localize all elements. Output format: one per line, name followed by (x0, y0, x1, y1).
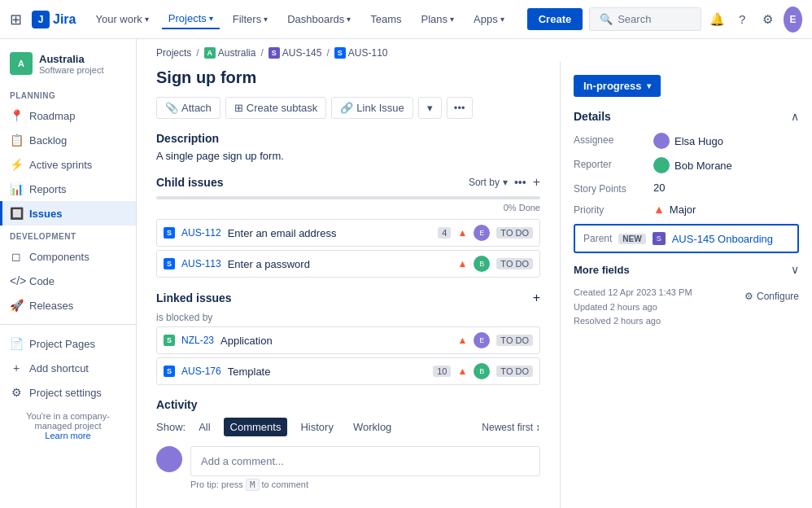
linked-assignee-avatar-2: B (474, 363, 490, 379)
linked-issue-key[interactable]: NZL-23 (181, 335, 214, 346)
comment-input[interactable]: Add a comment... (190, 446, 540, 476)
nav-filters[interactable]: Filters ▾ (226, 10, 274, 28)
nav-plans[interactable]: Plans ▾ (415, 10, 461, 28)
more-options-button[interactable]: ▾ (418, 97, 442, 119)
child-add-button[interactable]: + (533, 175, 540, 190)
search-bar[interactable]: 🔍 Search (589, 7, 701, 31)
project-icon: A (10, 52, 33, 75)
breadcrumb-aus110[interactable]: S AUS-110 (334, 47, 388, 59)
details-title: Details (574, 110, 611, 123)
linked-issue-row[interactable]: S AUS-176 Template 10 ▲ B TO DO (156, 357, 540, 385)
sidebar-item-components[interactable]: ◻ Components (0, 244, 136, 269)
child-issue-row[interactable]: S AUS-112 Enter an email address 4 ▲ E T… (156, 219, 540, 247)
child-issue-summary[interactable]: Enter a password (228, 258, 452, 270)
child-issue-summary[interactable]: Enter an email address (228, 227, 432, 239)
status-chevron-icon: ▾ (647, 81, 651, 90)
reporter-value[interactable]: Bob Morane (653, 157, 732, 173)
tab-worklog[interactable]: Worklog (347, 418, 398, 436)
sidebar-item-backlog[interactable]: 📋 Backlog (0, 128, 136, 152)
linked-issue-summary[interactable]: Template (228, 366, 427, 378)
details-header: Details ∧ (574, 110, 799, 123)
sidebar-item-roadmap[interactable]: 📍 Roadmap (0, 103, 136, 128)
sidebar-item-add-shortcut[interactable]: + Add shortcut (0, 356, 136, 380)
dev-label: DEVELOPMENT (0, 226, 136, 244)
progress-label: 0% Done (156, 203, 540, 212)
australia-icon: A (204, 47, 216, 59)
help-icon[interactable]: ? (733, 7, 752, 33)
resolved-text: Resolved 2 hours ago (574, 314, 692, 329)
child-issue-key[interactable]: AUS-113 (181, 258, 221, 269)
story-type-icon-2: S (164, 366, 175, 377)
reports-icon: 📊 (10, 182, 23, 195)
planning-label: PLANNING (0, 85, 136, 103)
jira-logo[interactable]: J Jira (32, 11, 76, 28)
linked-issue-summary[interactable]: Application (220, 335, 451, 347)
sidebar-item-reports[interactable]: 📊 Reports (0, 177, 136, 201)
roadmap-icon: 📍 (10, 109, 23, 122)
child-issue-row[interactable]: S AUS-113 Enter a password ▲ B TO DO (156, 250, 540, 278)
grid-icon[interactable]: ⊞ (10, 11, 22, 28)
priority-icon: ▲ (457, 227, 467, 239)
tab-history[interactable]: History (294, 418, 339, 436)
child-more-button[interactable]: ••• (514, 176, 526, 189)
settings-icon[interactable]: ⚙ (758, 7, 777, 33)
breadcrumb-australia[interactable]: A Australia (204, 47, 256, 59)
progress-bar (156, 196, 540, 199)
child-status-badge: TO DO (496, 227, 533, 239)
nav-teams[interactable]: Teams (364, 10, 408, 28)
story-points-value[interactable]: 20 (653, 182, 665, 194)
nav-your-work[interactable]: Your work ▾ (89, 10, 155, 28)
sidebar-item-code[interactable]: </> Code (0, 269, 136, 293)
aus110-icon: S (334, 47, 346, 59)
assignee-value[interactable]: Elsa Hugo (653, 133, 723, 149)
toolbar: 📎 Attach ⊞ Create subtask 🔗 Link Issue ▾ (156, 97, 540, 132)
parent-label: Parent (583, 233, 612, 244)
breadcrumb-aus145[interactable]: S AUS-145 (268, 47, 322, 59)
sidebar-item-project-settings[interactable]: ⚙ Project settings (0, 380, 136, 405)
linked-issue-key[interactable]: AUS-176 (181, 366, 221, 377)
configure-button[interactable]: ⚙ Configure (744, 291, 799, 302)
create-subtask-button[interactable]: ⊞ Create subtask (225, 97, 326, 119)
sidebar-item-issues[interactable]: 🔲 Issues (0, 201, 136, 226)
tab-all[interactable]: All (192, 418, 216, 436)
linked-issues-title: Linked issues (156, 291, 533, 304)
sidebar-item-project-pages[interactable]: 📄 Project Pages (0, 331, 136, 356)
status-button[interactable]: In-progress ▾ (574, 75, 661, 97)
nav-dashboards[interactable]: Dashboards ▾ (281, 10, 357, 28)
nav-apps[interactable]: Apps ▾ (467, 10, 511, 28)
story-points-row: Story Points 20 (574, 182, 799, 195)
details-collapse-button[interactable]: ∧ (791, 110, 799, 123)
breadcrumb-projects[interactable]: Projects (156, 47, 191, 59)
assignee-row: Assignee Elsa Hugo (574, 133, 799, 149)
story-points-label: Story Points (574, 182, 647, 195)
issue-title: Sign up form (156, 62, 540, 97)
notifications-icon[interactable]: 🔔 (708, 7, 727, 33)
issue-right-panel: In-progress ▾ Details ∧ Assignee Elsa Hu… (560, 62, 812, 508)
nav-projects[interactable]: Projects ▾ (162, 9, 220, 29)
parent-new-badge: NEW (618, 234, 645, 244)
user-avatar[interactable]: E (784, 7, 802, 33)
priority-value[interactable]: ▲ Major (653, 203, 696, 216)
search-icon: 🔍 (600, 13, 613, 25)
active-sprints-icon: ⚡ (10, 158, 23, 171)
child-issue-key[interactable]: AUS-112 (181, 227, 221, 239)
activity-sort[interactable]: Newest first ↕ (482, 422, 540, 433)
priority-icon: ▲ (457, 258, 467, 269)
parent-link[interactable]: AUS-145 Onboarding (672, 233, 789, 245)
comment-hint: Pro tip: press M to comment (190, 480, 540, 490)
learn-more-link[interactable]: Learn more (45, 431, 90, 440)
extra-options-button[interactable]: ••• (447, 97, 473, 119)
attach-button[interactable]: 📎 Attach (156, 97, 220, 119)
current-user-avatar (156, 446, 182, 472)
create-button[interactable]: Create (527, 8, 583, 30)
linked-issue-row[interactable]: S NZL-23 Application ▲ E TO DO (156, 326, 540, 354)
linked-add-button[interactable]: + (533, 291, 540, 305)
more-fields[interactable]: More fields ∨ (574, 263, 799, 276)
sidebar-item-active-sprints[interactable]: ⚡ Active sprints (0, 152, 136, 177)
sidebar-item-releases[interactable]: 🚀 Releases (0, 293, 136, 318)
tab-comments[interactable]: Comments (224, 418, 288, 436)
link-issue-button[interactable]: 🔗 Link Issue (331, 97, 413, 119)
sort-button[interactable]: Sort by ▾ (469, 177, 508, 188)
main-content: Projects / A Australia / S AUS-145 / S A… (137, 39, 812, 508)
show-label: Show: (156, 421, 186, 433)
